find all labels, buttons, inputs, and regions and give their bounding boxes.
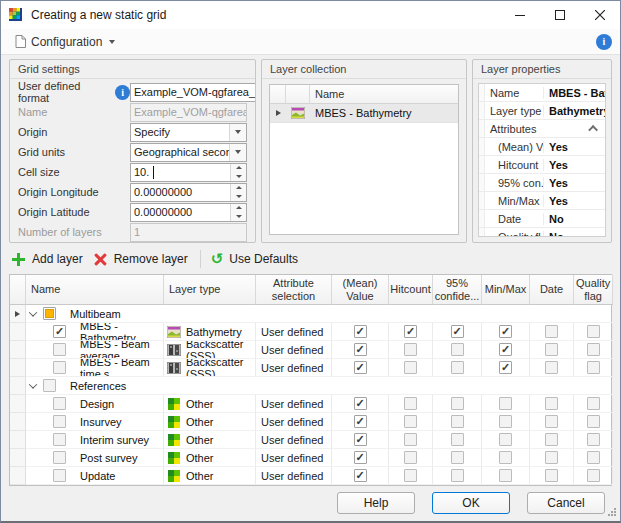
table-row-name[interactable]: MBES - Beam time s... (26, 359, 164, 377)
quality-flag-checkbox[interactable] (587, 415, 600, 428)
origin-longitude-stepper[interactable] (230, 184, 246, 201)
help-button[interactable]: Help (337, 492, 415, 514)
origin-longitude-input[interactable]: 0.00000000 (130, 183, 247, 202)
spin-down-icon[interactable] (231, 212, 246, 221)
min-max-checkbox[interactable] (499, 361, 512, 374)
layer-checkbox[interactable] (53, 325, 66, 338)
row-selector[interactable] (10, 341, 26, 359)
layer-checkbox[interactable] (53, 451, 66, 464)
layer-checkbox[interactable] (53, 415, 66, 428)
row-selector[interactable] (10, 323, 26, 341)
ok-button[interactable]: OK (432, 492, 510, 514)
cancel-button[interactable]: Cancel (527, 492, 605, 514)
row-selector[interactable] (10, 377, 26, 395)
date-checkbox[interactable] (545, 433, 558, 446)
mean-value-checkbox[interactable] (354, 451, 367, 464)
origin-latitude-input[interactable]: 0.00000000 (130, 203, 247, 222)
quality-flag-checkbox[interactable] (587, 451, 600, 464)
min-max-checkbox[interactable] (499, 469, 512, 482)
mean-value-checkbox[interactable] (354, 397, 367, 410)
minimize-button[interactable] (500, 1, 540, 29)
spin-up-icon[interactable] (231, 164, 246, 173)
table-row-name[interactable]: Post survey (26, 449, 164, 467)
attribute-selection-cell[interactable]: User defined (256, 431, 332, 449)
layer-checkbox[interactable] (53, 469, 66, 482)
group-row-multibeam[interactable]: Multibeam (26, 305, 613, 323)
table-row-name[interactable]: Interim survey (26, 431, 164, 449)
close-button[interactable] (580, 1, 620, 29)
row-selector[interactable] (10, 467, 26, 485)
date-checkbox[interactable] (545, 325, 558, 338)
date-checkbox[interactable] (545, 415, 558, 428)
row-selector[interactable] (10, 359, 26, 377)
user-defined-format-input[interactable]: Example_VOM-qgfarea_LatL (130, 83, 256, 102)
quality-flag-checkbox[interactable] (587, 433, 600, 446)
table-row-name[interactable]: Design (26, 395, 164, 413)
expander-chevron-icon[interactable] (29, 380, 37, 388)
quality-flag-checkbox[interactable] (587, 397, 600, 410)
table-row-name[interactable]: Update (26, 467, 164, 485)
mean-value-checkbox[interactable] (354, 415, 367, 428)
grid-units-combobox[interactable]: Geographical seconds (130, 143, 247, 162)
min-max-checkbox[interactable] (499, 415, 512, 428)
min-max-checkbox[interactable] (499, 343, 512, 356)
row-selector[interactable] (10, 449, 26, 467)
table-row-name[interactable]: MBES - Bathymetry (26, 323, 164, 341)
chevron-down-icon[interactable] (229, 144, 246, 161)
confidence-checkbox[interactable] (451, 325, 464, 338)
date-checkbox[interactable] (545, 397, 558, 410)
attribute-selection-cell[interactable]: User defined (256, 359, 332, 377)
hitcount-checkbox[interactable] (404, 325, 417, 338)
hitcount-checkbox[interactable] (404, 397, 417, 410)
row-selector[interactable] (10, 305, 26, 323)
attribute-selection-cell[interactable]: User defined (256, 449, 332, 467)
add-layer-button[interactable]: Add layer (9, 249, 91, 270)
expander-chevron-icon[interactable] (29, 308, 37, 316)
confidence-checkbox[interactable] (451, 361, 464, 374)
info-icon[interactable]: i (596, 34, 612, 50)
origin-latitude-stepper[interactable] (230, 204, 246, 221)
attribute-selection-cell[interactable]: User defined (256, 413, 332, 431)
spin-up-icon[interactable] (231, 184, 246, 193)
layer-checkbox[interactable] (53, 361, 66, 374)
group-row-references[interactable]: References (26, 377, 613, 395)
min-max-checkbox[interactable] (499, 397, 512, 410)
cell-size-stepper[interactable] (230, 164, 246, 181)
layer-checkbox[interactable] (53, 343, 66, 356)
hitcount-checkbox[interactable] (404, 343, 417, 356)
group-checkbox[interactable] (43, 307, 56, 320)
attribute-selection-cell[interactable]: User defined (256, 341, 332, 359)
confidence-checkbox[interactable] (451, 415, 464, 428)
mean-value-checkbox[interactable] (354, 361, 367, 374)
field-info-icon[interactable]: i (115, 85, 130, 100)
table-row-name[interactable]: Insurvey (26, 413, 164, 431)
min-max-checkbox[interactable] (499, 451, 512, 464)
hitcount-checkbox[interactable] (404, 433, 417, 446)
attribute-selection-cell[interactable]: User defined (256, 323, 332, 341)
mean-value-checkbox[interactable] (354, 433, 367, 446)
hitcount-checkbox[interactable] (404, 361, 417, 374)
confidence-checkbox[interactable] (451, 451, 464, 464)
layer-collection-row[interactable]: MBES - Bathymetry (270, 104, 458, 123)
spin-down-icon[interactable] (231, 192, 246, 201)
table-row-name[interactable]: MBES - Beam average (26, 341, 164, 359)
spin-up-icon[interactable] (231, 204, 246, 213)
layer-checkbox[interactable] (53, 397, 66, 410)
row-selector[interactable] (10, 431, 26, 449)
row-selector[interactable] (10, 395, 26, 413)
quality-flag-checkbox[interactable] (587, 325, 600, 338)
quality-flag-checkbox[interactable] (587, 469, 600, 482)
mean-value-checkbox[interactable] (354, 325, 367, 338)
date-checkbox[interactable] (545, 343, 558, 356)
quality-flag-checkbox[interactable] (587, 361, 600, 374)
layer-checkbox[interactable] (53, 433, 66, 446)
origin-combobox[interactable]: Specify (130, 123, 247, 142)
quality-flag-checkbox[interactable] (587, 343, 600, 356)
hitcount-checkbox[interactable] (404, 415, 417, 428)
date-checkbox[interactable] (545, 361, 558, 374)
confidence-checkbox[interactable] (451, 433, 464, 446)
confidence-checkbox[interactable] (451, 343, 464, 356)
use-defaults-button[interactable]: ↺ Use Defaults (209, 249, 306, 270)
cell-size-input[interactable]: 10. (130, 163, 247, 182)
confidence-checkbox[interactable] (451, 397, 464, 410)
